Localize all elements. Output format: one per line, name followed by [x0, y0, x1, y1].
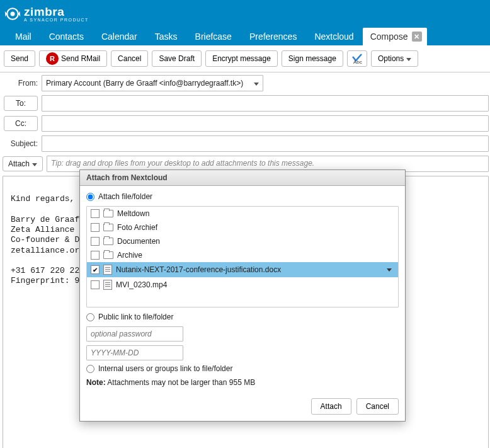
- file-checkbox[interactable]: [91, 265, 100, 274]
- send-rmail-button[interactable]: R Send RMail: [39, 50, 107, 67]
- tab-tasks[interactable]: Tasks: [146, 28, 186, 45]
- subject-input[interactable]: [42, 135, 489, 152]
- file-name: Meltdown: [117, 209, 394, 218]
- document-icon: [103, 280, 112, 290]
- subject-label: Subject:: [0, 139, 42, 148]
- from-label: From:: [0, 79, 42, 88]
- to-input[interactable]: [42, 95, 489, 112]
- dialog-title: Attach from Nextcloud: [80, 170, 405, 186]
- attach-file-label: Attach file/folder: [98, 192, 152, 201]
- date-input[interactable]: [86, 345, 183, 360]
- attach-nextcloud-dialog: Attach from Nextcloud Attach file/folder…: [79, 169, 406, 422]
- compose-toolbar: Send R Send RMail Cancel Save Draft Encr…: [0, 45, 490, 72]
- spellcheck-button[interactable]: Abc: [347, 50, 367, 67]
- logo-icon: [4, 5, 21, 23]
- cc-button[interactable]: Cc:: [4, 116, 38, 131]
- file-row[interactable]: Meltdown: [87, 207, 398, 221]
- tab-nextcloud[interactable]: Nextcloud: [305, 28, 362, 45]
- file-checkbox[interactable]: [91, 237, 100, 246]
- public-link-radio-row[interactable]: Public link to file/folder: [86, 313, 399, 321]
- tab-calendar[interactable]: Calendar: [93, 28, 146, 45]
- options-label: Options: [378, 54, 404, 63]
- spellcheck-icon: Abc: [351, 53, 363, 64]
- file-checkbox[interactable]: [91, 251, 100, 260]
- chevron-down-icon: [254, 83, 259, 88]
- to-button[interactable]: To:: [4, 96, 38, 111]
- encrypt-button[interactable]: Encrypt message: [205, 50, 278, 67]
- attach-file-radio[interactable]: [86, 193, 94, 201]
- file-name: MVI_0230.mp4: [116, 280, 394, 289]
- chevron-down-icon: [406, 58, 411, 64]
- note-row: Note: Attachments may not be larger than…: [86, 378, 399, 387]
- tab-preferences[interactable]: Preferences: [241, 28, 305, 45]
- password-input[interactable]: [86, 326, 183, 342]
- public-link-label: Public link to file/folder: [98, 313, 173, 321]
- internal-link-radio[interactable]: [86, 365, 94, 373]
- file-checkbox[interactable]: [91, 209, 100, 218]
- file-checkbox[interactable]: [91, 223, 100, 232]
- tab-compose[interactable]: Compose ✕: [363, 28, 427, 45]
- file-name: Foto Archief: [117, 223, 394, 232]
- send-rmail-label: Send RMail: [61, 54, 100, 63]
- file-checkbox[interactable]: [91, 280, 100, 289]
- brand-logo: zimbra A SYNACOR PRODUCT: [4, 5, 89, 23]
- internal-link-radio-row[interactable]: Internal users or groups link to file/fo…: [86, 364, 399, 373]
- tab-briefcase[interactable]: Briefcase: [186, 28, 241, 45]
- folder-icon: [103, 238, 113, 245]
- file-row[interactable]: Nutanix-NEXT-2017-conference-justificati…: [87, 262, 398, 277]
- document-icon: [103, 265, 112, 275]
- close-icon[interactable]: ✕: [412, 32, 422, 42]
- chevron-down-icon: [32, 163, 37, 169]
- options-button[interactable]: Options: [371, 50, 418, 67]
- tab-contacts[interactable]: Contacts: [40, 28, 93, 45]
- brand-subtitle: A SYNACOR PRODUCT: [24, 18, 89, 22]
- attach-button[interactable]: Attach: [3, 156, 43, 171]
- dialog-attach-button[interactable]: Attach: [311, 398, 351, 415]
- file-row[interactable]: MVI_0230.mp4: [87, 277, 398, 292]
- note-text: Attachments may not be larger than 955 M…: [106, 378, 255, 387]
- file-name: Archive: [117, 251, 394, 260]
- brand-name: zimbra: [24, 6, 89, 18]
- nav-tabs: Mail Contacts Calendar Tasks Briefcase P…: [0, 28, 490, 45]
- file-name: Nutanix-NEXT-2017-conference-justificati…: [116, 265, 383, 274]
- public-link-radio[interactable]: [86, 313, 94, 321]
- rmail-icon: R: [46, 52, 59, 65]
- file-list[interactable]: Meltdown Foto Archief Documenten Archive: [86, 206, 399, 307]
- chevron-down-icon[interactable]: [387, 268, 392, 274]
- file-row[interactable]: Archive: [87, 248, 398, 262]
- cancel-button[interactable]: Cancel: [111, 50, 148, 67]
- send-button[interactable]: Send: [4, 50, 35, 67]
- sign-button[interactable]: Sign message: [282, 50, 343, 67]
- folder-icon: [103, 210, 113, 217]
- file-name: Documenten: [117, 237, 394, 246]
- attach-file-radio-row[interactable]: Attach file/folder: [86, 192, 399, 201]
- note-label: Note:: [86, 378, 106, 387]
- file-row[interactable]: Documenten: [87, 234, 398, 248]
- from-value: Primary Account (Barry de Graaff <info@b…: [46, 79, 243, 88]
- attach-label: Attach: [8, 159, 30, 168]
- save-draft-button[interactable]: Save Draft: [152, 50, 202, 67]
- from-select[interactable]: Primary Account (Barry de Graaff <info@b…: [42, 75, 263, 91]
- tab-mail[interactable]: Mail: [6, 28, 40, 45]
- dialog-footer: Attach Cancel: [80, 393, 405, 421]
- file-row[interactable]: Foto Archief: [87, 221, 398, 234]
- folder-icon: [103, 224, 113, 231]
- tab-compose-label: Compose: [370, 32, 408, 42]
- dialog-cancel-button[interactable]: Cancel: [356, 398, 399, 415]
- internal-link-label: Internal users or groups link to file/fo…: [98, 364, 232, 373]
- cc-input[interactable]: [42, 115, 489, 132]
- svg-text:Abc: Abc: [353, 59, 362, 64]
- svg-point-1: [11, 12, 15, 16]
- app-header: zimbra A SYNACOR PRODUCT: [0, 0, 490, 28]
- folder-icon: [103, 251, 113, 259]
